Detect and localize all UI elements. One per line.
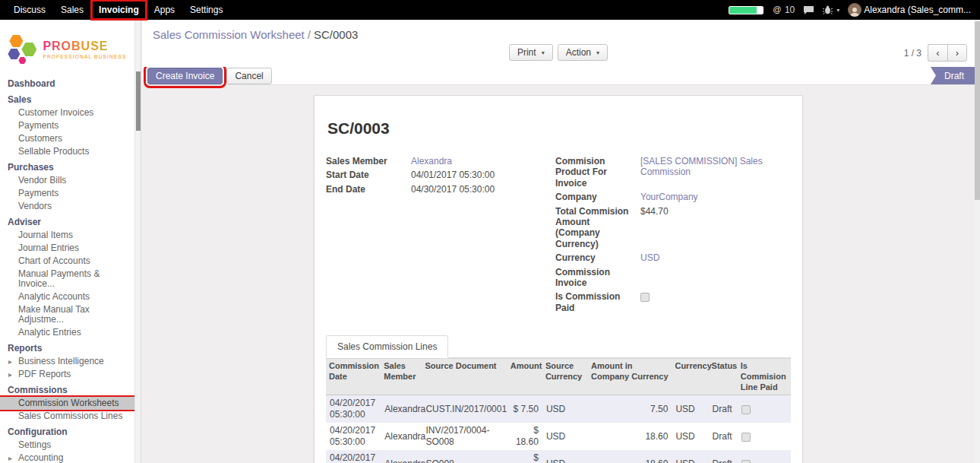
col-status[interactable]: Status xyxy=(709,359,738,395)
sidebar-item-label: PDF Reports xyxy=(18,369,71,379)
commission-invoice-value xyxy=(640,267,791,289)
sidebar-item-vendor-bills[interactable]: Vendor Bills xyxy=(0,174,134,187)
sidebar-scrollbar[interactable] xyxy=(134,20,141,463)
chevron-down-icon: ▾ xyxy=(542,49,545,56)
chat-bubble-icon xyxy=(803,5,814,15)
sidebar-item-journal-entries[interactable]: Journal Entries xyxy=(0,242,134,255)
cell-amount: $ 18.60 xyxy=(507,423,542,450)
sidebar-item-make-manual-tax-adjustment[interactable]: Make Manual Tax Adjustme... xyxy=(0,303,134,326)
col-sales-member[interactable]: Sales Member xyxy=(381,359,422,395)
cell-status: Draft xyxy=(709,450,738,463)
cell-sales-member: Alexandra xyxy=(381,423,422,450)
sidebar-item-sales-commissions-lines[interactable]: Sales Commissions Lines xyxy=(0,410,134,423)
sidebar-item-journal-items[interactable]: Journal Items xyxy=(0,229,134,242)
expand-arrow-icon: ▸ xyxy=(8,357,12,366)
col-source-currency[interactable]: Source Currency xyxy=(542,359,588,395)
activity-menu[interactable]: @ 10 xyxy=(772,5,795,15)
sidebar-item-sellable-products[interactable]: Sellable Products xyxy=(0,145,134,158)
line-paid-checkbox[interactable] xyxy=(741,405,751,414)
menu-invoicing[interactable]: Invoicing xyxy=(91,0,147,20)
field-label-commission-product: Commision Product For Invoice xyxy=(555,156,640,189)
start-date-value: 04/01/2017 05:30:00 xyxy=(411,170,555,180)
cell-amount-company-currency: 18.60 xyxy=(588,423,672,450)
sidebar-item-customers[interactable]: Customers xyxy=(0,132,134,145)
cell-source-document: SO008 xyxy=(422,450,507,463)
debug-menu[interactable]: ▾ xyxy=(823,5,839,15)
expand-arrow-icon: ▸ xyxy=(8,369,12,379)
cell-amount: $ 18.60 xyxy=(507,450,542,463)
cell-amount: $ 7.50 xyxy=(507,395,542,423)
brand-name: PROBUSE xyxy=(43,40,126,53)
sidebar-item-accounting[interactable]: ▸ Accounting xyxy=(0,452,134,463)
create-invoice-button[interactable]: Create Invoice xyxy=(147,68,223,84)
sidebar-section-commissions: Commissions xyxy=(0,381,134,397)
col-amount-company-currency[interactable]: Amount in Company Currency xyxy=(588,359,672,395)
sidebar-item-manual-payments-invoice[interactable]: Manual Payments & Invoice... xyxy=(0,268,134,290)
sidebar-item-analytic-entries[interactable]: Analytic Entries xyxy=(0,326,134,339)
action-button[interactable]: Action ▾ xyxy=(558,44,608,61)
main-area: Sales Commission Worksheet/SC/0003 Print… xyxy=(142,20,975,463)
tab-sales-commission-lines[interactable]: Sales Commission Lines xyxy=(326,335,448,358)
sidebar-item-settings[interactable]: Settings xyxy=(0,439,134,452)
page-scrollbar[interactable] xyxy=(975,20,980,463)
cell-sales-member: Alexandra xyxy=(381,395,422,423)
pager-value[interactable]: 1 / 3 xyxy=(904,48,922,59)
sidebar-item-business-intelligence[interactable]: ▸ Business Intelligence xyxy=(0,355,134,368)
menu-settings[interactable]: Settings xyxy=(182,0,230,20)
cancel-button[interactable]: Cancel xyxy=(226,68,271,84)
line-paid-checkbox[interactable] xyxy=(741,433,751,442)
field-label-total-commission-amount: Total Commision Amount (Company Currency… xyxy=(555,206,640,250)
sidebar-item-chart-of-accounts[interactable]: Chart of Accounts xyxy=(0,255,134,268)
user-menu[interactable]: Alexandra (Sales_comm... xyxy=(848,3,971,17)
cell-currency: USD xyxy=(672,450,708,463)
status-badge-draft: Draft xyxy=(931,67,975,84)
col-line-paid[interactable]: Is Commision Line Paid xyxy=(738,359,791,395)
col-source-document[interactable]: Source Document xyxy=(422,359,507,395)
currency-value[interactable]: USD xyxy=(640,252,659,263)
print-button[interactable]: Print ▾ xyxy=(509,44,553,61)
sidebar-item-pdf-reports[interactable]: ▸ PDF Reports xyxy=(0,368,134,381)
form-statusbar: Create Invoice Cancel Draft xyxy=(142,67,975,85)
line-paid-checkbox[interactable] xyxy=(741,460,751,463)
sales-member-value[interactable]: Alexandra xyxy=(411,156,452,166)
col-currency[interactable]: Currency xyxy=(672,359,708,395)
cell-source-document: CUST.IN/2017/0001 xyxy=(422,395,507,423)
is-commission-paid-checkbox[interactable] xyxy=(640,293,650,302)
col-amount[interactable]: Amount xyxy=(507,359,542,395)
cell-commission-date: 04/20/2017 05:30:00 xyxy=(326,395,381,423)
menu-discuss[interactable]: Discuss xyxy=(6,0,53,20)
table-row[interactable]: 04/20/2017 05:30:00 Alexandra CUST.IN/20… xyxy=(326,395,791,423)
sidebar-item-payments[interactable]: Payments xyxy=(0,187,134,200)
commission-product-value[interactable]: [SALES COMMISSION] Sales Commission xyxy=(640,156,763,177)
menu-apps[interactable]: Apps xyxy=(147,0,182,20)
sidebar-section-adviser: Adviser xyxy=(0,213,134,229)
sidebar-item-payments[interactable]: Payments xyxy=(0,119,134,132)
table-row[interactable]: 04/20/2017 05:30:00 Alexandra INV/2017/0… xyxy=(326,423,791,450)
menu-sales[interactable]: Sales xyxy=(53,0,91,20)
sidebar-item-dashboard[interactable]: Dashboard xyxy=(0,75,134,90)
probuse-logo: PROBUSE PROFESSIONAL BUSINESS xyxy=(0,20,134,75)
cell-commission-date: 04/20/2017 10:35:53 xyxy=(326,450,381,463)
table-row[interactable]: 04/20/2017 10:35:53 Alexandra SO008 $ 18… xyxy=(326,450,791,463)
cell-source-currency: USD xyxy=(542,450,588,463)
brand-tagline: PROFESSIONAL BUSINESS xyxy=(43,54,126,59)
field-label-is-commission-paid: Is Commission Paid xyxy=(555,291,640,313)
breadcrumb-parent-link[interactable]: Sales Commission Worksheet xyxy=(153,28,305,41)
col-commission-date[interactable]: Commission Date xyxy=(326,359,381,395)
pager-previous-button[interactable]: ‹ xyxy=(928,44,947,62)
pager-next-button[interactable]: › xyxy=(947,44,967,62)
sidebar-section-purchases: Purchases xyxy=(0,158,134,174)
sidebar-item-analytic-accounts[interactable]: Analytic Accounts xyxy=(0,290,134,303)
breadcrumb-current: SC/0003 xyxy=(314,28,358,41)
sidebar-item-commission-worksheets[interactable]: Commission Worksheets xyxy=(0,397,134,410)
commission-lines-table: Commission Date Sales Member Source Docu… xyxy=(326,358,791,463)
top-navbar: Discuss Sales Invoicing Apps Settings @ … xyxy=(0,0,980,20)
sidebar-item-vendors[interactable]: Vendors xyxy=(0,200,134,213)
expand-arrow-icon: ▸ xyxy=(8,453,12,463)
sidebar-item-label: Business Intelligence xyxy=(18,356,104,366)
messages-menu[interactable] xyxy=(803,5,814,15)
sidebar-item-label: Accounting xyxy=(18,452,63,463)
company-value[interactable]: YourCompany xyxy=(640,192,698,202)
sidebar-item-customer-invoices[interactable]: Customer Invoices xyxy=(0,106,134,119)
cell-currency: USD xyxy=(672,395,708,423)
